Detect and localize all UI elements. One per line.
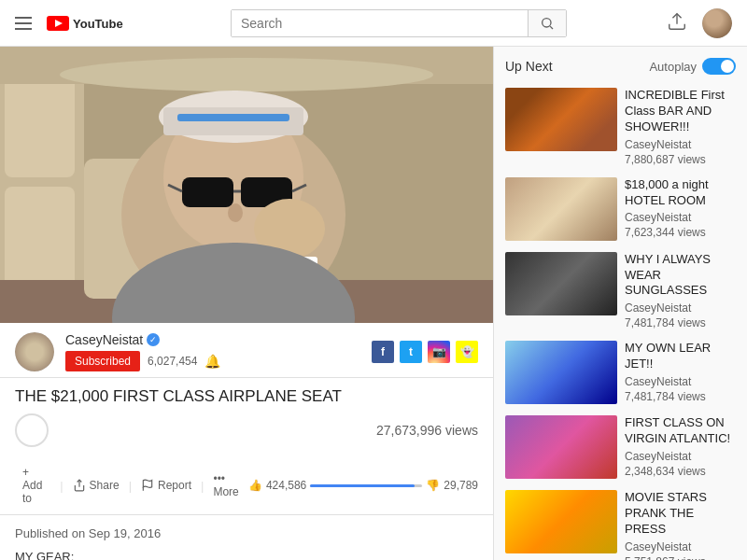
sidebar-thumbnail (505, 252, 617, 315)
sidebar-item[interactable]: INCREDIBLE First Class BAR AND SHOWER!!!… (501, 82, 740, 172)
snapchat-icon[interactable]: 👻 (456, 341, 478, 363)
header-left: YouTube (15, 14, 131, 33)
dislike-count: 29,789 (444, 479, 478, 492)
thumbs-up-icon[interactable]: 👍 (248, 479, 262, 492)
sidebar-item-info: FIRST CLASS ON VIRGIN ATLANTIC! CaseyNei… (625, 415, 736, 479)
svg-text:YouTube: YouTube (73, 17, 123, 31)
up-next-label: Up Next (505, 59, 553, 74)
sidebar-items-container: INCREDIBLE First Class BAR AND SHOWER!!!… (501, 82, 740, 560)
channel-avatar[interactable] (15, 332, 54, 371)
social-icons: f t 📷 👻 (372, 341, 478, 363)
sidebar-item-views: 5,751,867 views (625, 555, 736, 560)
sidebar-item-channel: CaseyNeistat (625, 138, 736, 151)
sidebar-item-title: INCREDIBLE First Class BAR AND SHOWER!!! (625, 88, 736, 135)
instagram-icon[interactable]: 📷 (428, 341, 450, 363)
header: YouTube (0, 0, 747, 47)
sidebar-item-info: MOVIE STARS PRANK THE PRESS CaseyNeistat… (625, 490, 736, 560)
video-title-section: THE $21,000 FIRST CLASS AIRPLANE SEAT 27… (0, 378, 493, 456)
sidebar-thumbnail (505, 490, 617, 553)
add-to-button[interactable]: + Add to (15, 462, 58, 509)
sidebar-item-views: 7,481,784 views (625, 316, 736, 329)
sidebar-item-info: MY OWN LEAR JET!! CaseyNeistat 7,481,784… (625, 341, 736, 404)
search-bar (231, 9, 567, 37)
sidebar-item[interactable]: MY OWN LEAR JET!! CaseyNeistat 7,481,784… (501, 335, 740, 410)
sidebar-item-channel: CaseyNeistat (625, 301, 736, 315)
sidebar-item-views: 7,481,784 views (625, 390, 736, 403)
svg-point-11 (60, 58, 433, 91)
description: Published on Sep 19, 2016 MY GEAR; BIG C… (0, 515, 493, 560)
autoplay-label: Autoplay (649, 60, 697, 74)
sidebar-item[interactable]: MOVIE STARS PRANK THE PRESS CaseyNeistat… (501, 484, 740, 560)
sidebar-thumbnail (505, 341, 617, 404)
sidebar-item[interactable]: FIRST CLASS ON VIRGIN ATLANTIC! CaseyNei… (501, 410, 740, 484)
sidebar-thumbnail (505, 88, 617, 151)
hamburger-menu[interactable] (15, 17, 32, 30)
share-button[interactable]: Share (65, 475, 127, 496)
sidebar-item-title: MOVIE STARS PRANK THE PRESS (625, 490, 736, 538)
video-player[interactable] (0, 47, 493, 323)
youtube-logo[interactable]: YouTube (47, 14, 131, 33)
sidebar-item-views: 7,880,687 views (625, 153, 736, 166)
upload-button[interactable] (667, 11, 687, 35)
sidebar-thumbnail (505, 415, 617, 479)
twitter-icon[interactable]: t (400, 341, 422, 363)
channel-name-text[interactable]: CaseyNeistat (65, 332, 143, 347)
sidebar-item-views: 7,623,344 views (625, 226, 736, 239)
likes-bar-container (310, 484, 422, 487)
report-button[interactable]: Report (134, 475, 199, 496)
svg-point-3 (543, 18, 551, 26)
sep1: | (60, 479, 63, 493)
sidebar-item-info: WHY I ALWAYS WEAR SUNGLASSES CaseyNeista… (625, 252, 736, 330)
verified-badge: ✓ (147, 333, 160, 346)
view-count: 27,673,996 views (376, 423, 478, 438)
description-text: MY GEAR; BIG CAMERA; http://tinyurl.com/… (15, 548, 478, 560)
channel-name: CaseyNeistat ✓ (65, 332, 372, 347)
sidebar-item-info: INCREDIBLE First Class BAR AND SHOWER!!!… (625, 88, 736, 166)
video-section: CaseyNeistat ✓ Subscribed 6,027,454 🔔 f … (0, 47, 493, 560)
sidebar-item-info: $18,000 a night HOTEL ROOM CaseyNeistat … (625, 177, 736, 241)
sidebar-item-title: WHY I ALWAYS WEAR SUNGLASSES (625, 252, 736, 300)
subscriber-count: 6,027,454 (148, 355, 197, 368)
notification-bell-icon[interactable]: 🔔 (204, 354, 220, 369)
facebook-icon[interactable]: f (372, 341, 394, 363)
sidebar-thumbnail (505, 177, 617, 241)
video-thumbnail (0, 47, 493, 323)
video-stats-row: 27,673,996 views (15, 413, 478, 447)
sidebar-item-channel: CaseyNeistat (625, 450, 736, 463)
channel-name-area: CaseyNeistat ✓ Subscribed 6,027,454 🔔 (65, 332, 372, 371)
autoplay-toggle[interactable] (702, 58, 736, 75)
search-input[interactable] (232, 10, 528, 36)
main-content: CaseyNeistat ✓ Subscribed 6,027,454 🔔 f … (0, 47, 747, 560)
publish-date: Published on Sep 19, 2016 (15, 526, 478, 540)
likes-bar-fill (310, 484, 415, 487)
sidebar-item[interactable]: WHY I ALWAYS WEAR SUNGLASSES CaseyNeista… (501, 246, 740, 336)
toggle-knob (721, 60, 734, 73)
header-center (131, 9, 667, 37)
svg-line-4 (550, 26, 553, 29)
sidebar-item-views: 2,348,634 views (625, 465, 736, 478)
sidebar-item-title: FIRST CLASS ON VIRGIN ATLANTIC! (625, 415, 736, 447)
autoplay-area: Autoplay (649, 58, 736, 75)
more-button[interactable]: ••• More (205, 469, 247, 502)
header-right (667, 8, 732, 38)
thumbs-down-icon[interactable]: 👎 (426, 479, 440, 492)
sidebar-item-channel: CaseyNeistat (625, 211, 736, 224)
svg-rect-19 (182, 177, 233, 207)
sidebar-item-title: MY OWN LEAR JET!! (625, 341, 736, 372)
action-bar: + Add to | Share | Report | ••• More 👍 4… (0, 456, 493, 515)
sidebar: Up Next Autoplay INCREDIBLE First Class … (493, 47, 747, 560)
sidebar-item[interactable]: $18,000 a night HOTEL ROOM CaseyNeistat … (501, 172, 740, 246)
sidebar-item-channel: CaseyNeistat (625, 540, 736, 553)
subscribe-button[interactable]: Subscribed (65, 351, 140, 371)
user-avatar[interactable] (702, 8, 732, 38)
svg-rect-18 (177, 114, 289, 121)
sidebar-header: Up Next Autoplay (501, 47, 740, 82)
view-count-placeholder (15, 413, 52, 447)
like-count: 424,586 (266, 479, 306, 492)
channel-info: CaseyNeistat ✓ Subscribed 6,027,454 🔔 f … (0, 323, 493, 378)
svg-point-24 (228, 203, 243, 222)
video-title: THE $21,000 FIRST CLASS AIRPLANE SEAT (15, 387, 478, 406)
subscribe-area: Subscribed 6,027,454 🔔 (65, 351, 372, 371)
sidebar-item-channel: CaseyNeistat (625, 375, 736, 388)
search-button[interactable] (528, 10, 566, 36)
